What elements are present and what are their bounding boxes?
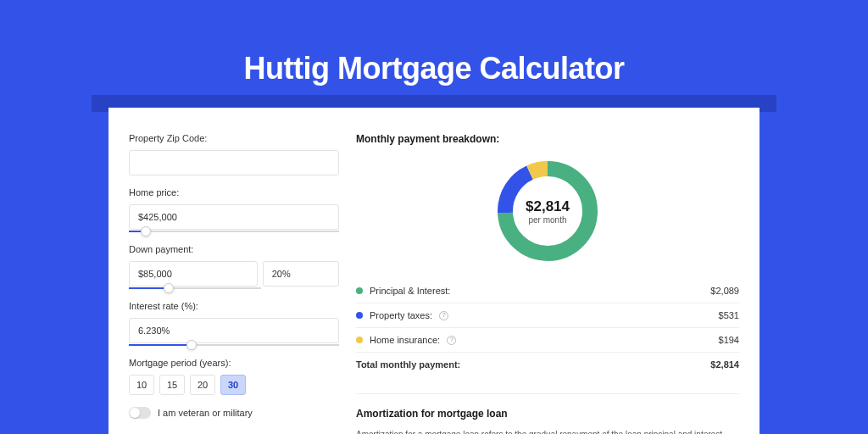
total-value: $2,814 (710, 359, 739, 370)
price-input[interactable] (129, 204, 339, 230)
rate-slider[interactable] (129, 344, 339, 346)
breakdown-panel: Monthly payment breakdown: $2,814 per mo… (356, 133, 739, 434)
rate-input[interactable] (129, 318, 339, 343)
zip-input[interactable] (129, 150, 339, 175)
price-slider[interactable] (129, 231, 339, 232)
donut-subtext: per month (528, 215, 566, 225)
period-label: Mortgage period (years): (129, 358, 339, 368)
amortization-text: Amortization for a mortgage loan refers … (356, 428, 739, 434)
period-button-20[interactable]: 20 (190, 375, 215, 395)
period-button-10[interactable]: 10 (129, 375, 154, 395)
zip-label: Property Zip Code: (129, 133, 339, 143)
total-label: Total monthly payment: (356, 359, 460, 370)
down-payment-amount-input[interactable] (129, 261, 258, 287)
line-item-principal: Principal & Interest: $2,089 (356, 279, 739, 303)
amortization-title: Amortization for mortgage loan (356, 408, 739, 420)
price-label: Home price: (129, 187, 339, 198)
line-item-taxes: Property taxes: ? $531 (356, 303, 739, 328)
input-panel: Property Zip Code: Home price: Down paym… (129, 133, 339, 434)
period-button-30[interactable]: 30 (220, 375, 246, 395)
veteran-label: I am veteran or military (158, 408, 253, 418)
line-item-total: Total monthly payment: $2,814 (356, 353, 739, 376)
dot-icon (356, 337, 363, 343)
down-payment-group: Down payment: (129, 244, 339, 289)
line-item-insurance: Home insurance: ? $194 (356, 328, 739, 353)
down-payment-slider-thumb[interactable] (164, 283, 174, 293)
rate-group: Interest rate (%): (129, 301, 339, 346)
line-item-value: $194 (719, 335, 739, 345)
veteran-toggle[interactable] (129, 407, 151, 419)
price-slider-thumb[interactable] (141, 226, 151, 236)
amortization-section: Amortization for mortgage loan Amortizat… (356, 393, 739, 434)
info-icon[interactable]: ? (439, 311, 448, 320)
info-icon[interactable]: ? (447, 336, 456, 345)
down-payment-percent-input[interactable] (263, 261, 339, 287)
page-background: Huttig Mortgage Calculator Property Zip … (0, 0, 868, 434)
line-item-value: $531 (719, 310, 739, 320)
rate-label: Interest rate (%): (129, 301, 339, 311)
donut-chart-wrap: $2,814 per month (356, 159, 739, 264)
period-button-15[interactable]: 15 (159, 375, 185, 395)
rate-slider-thumb[interactable] (186, 340, 197, 350)
line-item-value: $2,089 (710, 286, 739, 296)
zip-group: Property Zip Code: (129, 133, 339, 175)
down-payment-label: Down payment: (129, 244, 339, 254)
breakdown-title: Monthly payment breakdown: (356, 133, 739, 145)
down-payment-slider[interactable] (129, 287, 261, 289)
line-item-label: Home insurance: (370, 335, 440, 345)
donut-chart: $2,814 per month (495, 159, 600, 264)
calculator-card: Property Zip Code: Home price: Down paym… (108, 108, 760, 434)
line-item-label: Principal & Interest: (370, 286, 450, 296)
dot-icon (356, 312, 363, 319)
veteran-row: I am veteran or military (129, 407, 339, 419)
page-title: Huttig Mortgage Calculator (0, 51, 868, 86)
donut-amount: $2,814 (526, 198, 570, 215)
line-item-label: Property taxes: (370, 310, 432, 320)
price-group: Home price: (129, 187, 339, 232)
period-group: Mortgage period (years): 10 15 20 30 (129, 358, 339, 395)
dot-icon (356, 287, 363, 294)
